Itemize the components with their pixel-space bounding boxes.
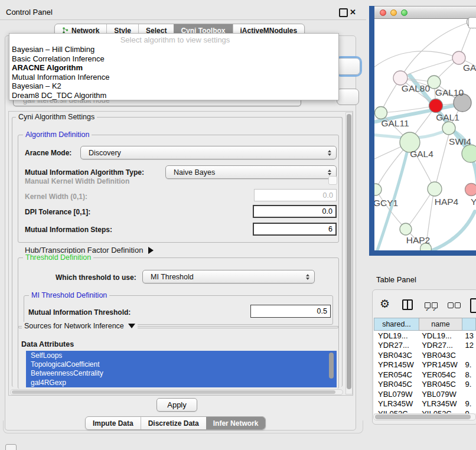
control-panel-title: Control Panel (6, 8, 53, 17)
sources-title-text: Sources for Network Inference (24, 322, 124, 330)
data-attributes-label: Data Attributes (21, 340, 74, 348)
node-label: GAL10 (435, 87, 464, 97)
table-row[interactable]: YPR145W YPR145W 9. (374, 360, 476, 370)
new-table-icon-fragment[interactable] (470, 298, 476, 313)
edge (435, 135, 449, 188)
apply-button[interactable]: Apply (157, 398, 197, 412)
dropdown-item[interactable]: Basic Correlation Inference (9, 54, 338, 64)
table-row[interactable]: YDR27... YDR27... 12 (374, 341, 476, 351)
kernel-width-label: Kernel Width (0,1): (25, 193, 87, 201)
column-layout-icon[interactable] (402, 299, 413, 310)
dpi-tolerance-field[interactable]: 0.0 (253, 205, 337, 218)
node-salmon (465, 184, 476, 196)
minimize-traffic-icon[interactable] (390, 9, 397, 16)
deselect-checkbox-icon[interactable] (448, 302, 454, 308)
column-header-name[interactable]: name (419, 318, 462, 331)
manual-kernel-label: Manual Kernel Width Definition (25, 177, 129, 185)
threshold-group-title: Threshold Definition (23, 253, 93, 262)
column-header-shared-name[interactable]: shared... (374, 318, 419, 331)
aracne-mode-value: Discovery (89, 149, 121, 157)
screenshot-root: Control Panel Network Style Select Cyni … (0, 0, 476, 450)
mi-threshold-field[interactable]: 0.5 (250, 305, 331, 318)
mi-type-combo[interactable]: Naive Bayes (165, 165, 337, 179)
mi-threshold-group-title: MI Threshold Definition (29, 291, 109, 299)
table-row[interactable]: YBR043C YBR043C (374, 350, 476, 360)
tab-discretize-data[interactable]: Discretize Data (141, 417, 206, 429)
birdseye-toggle-fragment[interactable] (468, 17, 476, 28)
stepper-arrows-icon (328, 169, 331, 175)
dropdown-item-aracne[interactable]: ARACNE Algorithm (9, 63, 338, 73)
mi-type-label: Mutual Information Algorithm Type: (25, 168, 144, 177)
network-view-window: GAL GAL80 GAL10 GAL1 GAL11 SWI4 GAL4 GCY… (369, 6, 476, 256)
manual-kernel-checkbox[interactable] (328, 176, 337, 185)
node-gcy1 (374, 184, 382, 195)
edge (432, 211, 475, 250)
inference-algorithm-combo-fragment[interactable] (337, 58, 360, 75)
node-label: SWI4 (449, 136, 471, 146)
node-gal1-selected (429, 99, 443, 113)
close-icon[interactable] (350, 6, 358, 16)
chevron-down-icon (128, 324, 135, 328)
list-item[interactable]: SelfLoops (26, 351, 337, 360)
dropdown-item[interactable]: Bayesian – K2 (9, 81, 338, 91)
node-gal11 (375, 107, 387, 119)
node-label: GCY1 (374, 198, 398, 208)
edge (374, 51, 459, 70)
algorithm-dropdown-popup: Select algorithm to view settings Bayesi… (9, 33, 339, 100)
list-item[interactable]: gal4RGexp (26, 378, 337, 387)
column-divider (407, 301, 408, 309)
node-label: GAL1 (436, 112, 459, 122)
sources-group-title[interactable]: Sources for Network Inference (22, 322, 138, 330)
select-all-checkbox-icon[interactable] (425, 302, 431, 308)
dpi-tolerance-label: DPI Tolerance [0,1]: (25, 208, 90, 216)
table-row[interactable]: YER054C YER054C 8. (374, 370, 476, 380)
close-traffic-icon[interactable] (380, 9, 386, 16)
network-window-titlebar[interactable] (374, 6, 476, 19)
network-graph-canvas[interactable]: GAL GAL80 GAL10 GAL1 GAL11 SWI4 GAL4 GCY… (374, 19, 476, 250)
node-hap4 (428, 182, 442, 196)
zoom-traffic-icon[interactable] (401, 9, 407, 16)
node-label: HAP2 (406, 235, 431, 245)
select-all-checkbox-icon-2[interactable] (432, 302, 438, 308)
cyni-bottom-tabbar: Impute Data Discretize Data Infer Networ… (85, 416, 266, 430)
list-item[interactable]: BetweennessCentrality (26, 369, 337, 378)
table-rows: YDL19... YDL19... 13 YDR27... YDR27... 1… (374, 331, 476, 413)
deselect-checkbox-icon-2[interactable] (455, 302, 461, 308)
float-window-icon[interactable] (339, 8, 348, 17)
list-item[interactable]: TopologicalCoefficient (26, 360, 337, 369)
chevron-right-icon (148, 247, 154, 254)
attributes-vscrollbar-thumb[interactable] (329, 353, 334, 379)
table-hscrollbar-thumb[interactable] (375, 415, 471, 419)
data-attributes-list[interactable]: SelfLoops TopologicalCoefficient Between… (26, 351, 337, 387)
cyni-settings-group-title: Cyni Algorithm Settings (16, 113, 97, 121)
table-row[interactable]: YIL052C YIL052C 9. (374, 409, 476, 413)
tab-infer-network[interactable]: Infer Network (206, 417, 266, 429)
column-header-partial[interactable] (462, 318, 476, 331)
dropdown-item[interactable]: Dream8 DC_TDC Algorithm (9, 91, 338, 100)
table-row[interactable]: YLR345W YLR345W 9. (374, 399, 476, 409)
node-label: GAL (463, 63, 476, 73)
table-settings-gear-icon[interactable] (380, 298, 392, 310)
aracne-mode-label: Aracne Mode: (25, 149, 71, 157)
table-row[interactable]: YDL19... YDL19... 13 (374, 331, 476, 341)
dropdown-item[interactable]: Mutual Information Inference (9, 73, 338, 82)
tab-impute-data[interactable]: Impute Data (86, 417, 141, 429)
which-threshold-combo[interactable]: MI Threshold (142, 270, 315, 283)
table-data-combo-fragment[interactable] (337, 89, 359, 105)
settings-vscrollbar-thumb[interactable] (347, 114, 351, 389)
mi-threshold-label: Mutual Information Threshold: (28, 308, 131, 317)
which-threshold-value: MI Threshold (151, 273, 194, 281)
node-label: GAL11 (381, 118, 409, 128)
mi-type-value: Naive Bayes (174, 168, 215, 177)
dropdown-placeholder: Select algorithm to view settings (9, 35, 338, 45)
panel-grip-icon[interactable] (5, 444, 17, 450)
mi-steps-field[interactable]: 6 (253, 223, 337, 236)
node-big-green (462, 145, 476, 162)
aracne-mode-combo[interactable]: Discovery (80, 146, 337, 159)
node-swi4 (442, 122, 455, 135)
settings-hscrollbar-thumb[interactable] (12, 390, 335, 394)
table-row[interactable]: YBL079W YBL079W (374, 389, 476, 399)
dropdown-item[interactable]: Bayesian – Hill Climbing (9, 45, 338, 54)
kernel-width-field[interactable]: 0.0 (254, 189, 337, 201)
table-row[interactable]: YBR045C YBR045C 9. (374, 380, 476, 390)
